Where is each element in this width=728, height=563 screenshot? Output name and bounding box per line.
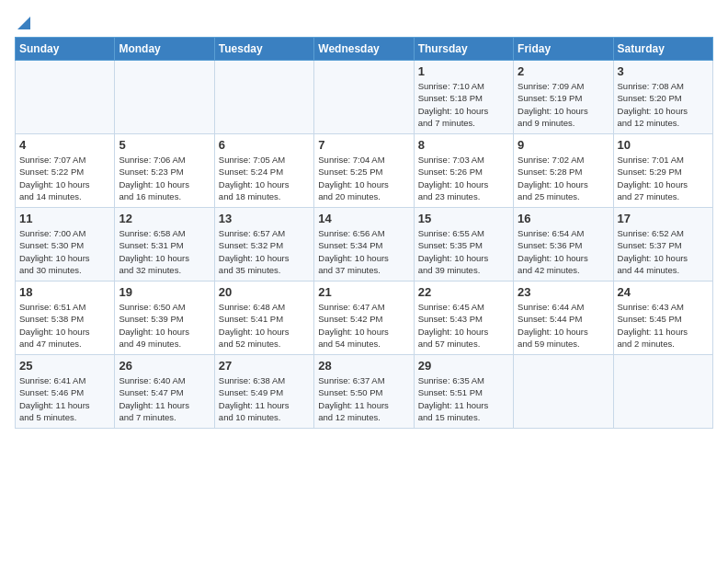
- cell-content: Sunrise: 6:56 AM Sunset: 5:34 PM Dayligh…: [318, 227, 409, 276]
- calendar-cell: 17Sunrise: 6:52 AM Sunset: 5:37 PM Dayli…: [613, 208, 712, 282]
- day-number: 5: [119, 138, 210, 152]
- cell-content: Sunrise: 6:54 AM Sunset: 5:36 PM Dayligh…: [518, 227, 609, 276]
- cell-content: Sunrise: 7:01 AM Sunset: 5:29 PM Dayligh…: [618, 154, 709, 202]
- calendar-week-3: 11Sunrise: 7:00 AM Sunset: 5:30 PM Dayli…: [16, 208, 713, 282]
- calendar-week-1: 1Sunrise: 7:10 AM Sunset: 5:18 PM Daylig…: [16, 61, 713, 134]
- calendar-cell: 10Sunrise: 7:01 AM Sunset: 5:29 PM Dayli…: [613, 134, 712, 208]
- calendar-cell: 2Sunrise: 7:09 AM Sunset: 5:19 PM Daylig…: [514, 61, 613, 134]
- cell-content: Sunrise: 7:03 AM Sunset: 5:26 PM Dayligh…: [418, 154, 509, 202]
- cell-content: Sunrise: 6:58 AM Sunset: 5:31 PM Dayligh…: [119, 227, 210, 276]
- calendar-week-5: 25Sunrise: 6:41 AM Sunset: 5:46 PM Dayli…: [16, 355, 713, 429]
- calendar-body: 1Sunrise: 7:10 AM Sunset: 5:18 PM Daylig…: [16, 61, 713, 429]
- calendar-cell: 1Sunrise: 7:10 AM Sunset: 5:18 PM Daylig…: [414, 61, 513, 134]
- calendar-cell: 22Sunrise: 6:45 AM Sunset: 5:43 PM Dayli…: [414, 282, 513, 355]
- day-number: 26: [119, 359, 210, 373]
- calendar-cell: [613, 355, 712, 429]
- logo: [15, 15, 30, 33]
- calendar-cell: 27Sunrise: 6:38 AM Sunset: 5:49 PM Dayli…: [214, 355, 313, 429]
- cell-content: Sunrise: 7:02 AM Sunset: 5:28 PM Dayligh…: [518, 154, 609, 202]
- calendar-cell: 25Sunrise: 6:41 AM Sunset: 5:46 PM Dayli…: [16, 355, 115, 429]
- calendar-cell: 16Sunrise: 6:54 AM Sunset: 5:36 PM Dayli…: [514, 208, 613, 282]
- cell-content: Sunrise: 7:08 AM Sunset: 5:20 PM Dayligh…: [618, 80, 709, 129]
- calendar-week-4: 18Sunrise: 6:51 AM Sunset: 5:38 PM Dayli…: [16, 282, 713, 355]
- calendar-cell: 14Sunrise: 6:56 AM Sunset: 5:34 PM Dayli…: [314, 208, 414, 282]
- header-row: SundayMondayTuesdayWednesdayThursdayFrid…: [16, 38, 713, 61]
- cell-content: Sunrise: 6:50 AM Sunset: 5:39 PM Dayligh…: [119, 301, 210, 350]
- day-number: 13: [219, 212, 310, 225]
- calendar-header: SundayMondayTuesdayWednesdayThursdayFrid…: [16, 38, 713, 61]
- header-cell-wednesday: Wednesday: [314, 38, 414, 61]
- calendar-cell: 3Sunrise: 7:08 AM Sunset: 5:20 PM Daylig…: [613, 61, 712, 134]
- cell-content: Sunrise: 6:43 AM Sunset: 5:45 PM Dayligh…: [618, 301, 709, 350]
- calendar-cell: 21Sunrise: 6:47 AM Sunset: 5:42 PM Dayli…: [314, 282, 414, 355]
- calendar-cell: 7Sunrise: 7:04 AM Sunset: 5:25 PM Daylig…: [314, 134, 414, 208]
- cell-content: Sunrise: 7:09 AM Sunset: 5:19 PM Dayligh…: [518, 80, 609, 129]
- day-number: 7: [318, 138, 409, 152]
- calendar-cell: [214, 61, 313, 134]
- calendar-cell: 6Sunrise: 7:05 AM Sunset: 5:24 PM Daylig…: [214, 134, 313, 208]
- header-cell-friday: Friday: [514, 38, 613, 61]
- day-number: 11: [19, 212, 110, 225]
- calendar-cell: 23Sunrise: 6:44 AM Sunset: 5:44 PM Dayli…: [514, 282, 613, 355]
- calendar-cell: 19Sunrise: 6:50 AM Sunset: 5:39 PM Dayli…: [115, 282, 214, 355]
- day-number: 12: [119, 212, 210, 225]
- cell-content: Sunrise: 6:47 AM Sunset: 5:42 PM Dayligh…: [318, 301, 409, 350]
- day-number: 17: [618, 212, 709, 225]
- cell-content: Sunrise: 7:06 AM Sunset: 5:23 PM Dayligh…: [119, 154, 210, 202]
- calendar-cell: 15Sunrise: 6:55 AM Sunset: 5:35 PM Dayli…: [414, 208, 513, 282]
- calendar-cell: 11Sunrise: 7:00 AM Sunset: 5:30 PM Dayli…: [16, 208, 115, 282]
- day-number: 8: [418, 138, 509, 152]
- calendar-cell: 29Sunrise: 6:35 AM Sunset: 5:51 PM Dayli…: [414, 355, 513, 429]
- day-number: 3: [618, 64, 709, 78]
- calendar-cell: [514, 355, 613, 429]
- cell-content: Sunrise: 6:48 AM Sunset: 5:41 PM Dayligh…: [219, 301, 310, 350]
- day-number: 27: [219, 359, 310, 373]
- calendar-cell: 9Sunrise: 7:02 AM Sunset: 5:28 PM Daylig…: [514, 134, 613, 208]
- calendar-cell: 12Sunrise: 6:58 AM Sunset: 5:31 PM Dayli…: [115, 208, 214, 282]
- calendar-cell: 4Sunrise: 7:07 AM Sunset: 5:22 PM Daylig…: [16, 134, 115, 208]
- day-number: 22: [418, 285, 509, 299]
- day-number: 24: [618, 285, 709, 299]
- day-number: 15: [418, 212, 509, 225]
- day-number: 6: [219, 138, 310, 152]
- day-number: 14: [318, 212, 409, 225]
- day-number: 1: [418, 64, 509, 78]
- cell-content: Sunrise: 6:55 AM Sunset: 5:35 PM Dayligh…: [418, 227, 509, 276]
- cell-content: Sunrise: 6:45 AM Sunset: 5:43 PM Dayligh…: [418, 301, 509, 350]
- day-number: 21: [318, 285, 409, 299]
- day-number: 28: [318, 359, 409, 373]
- day-number: 29: [418, 359, 509, 373]
- logo-triangle-icon: [17, 17, 30, 33]
- cell-content: Sunrise: 7:00 AM Sunset: 5:30 PM Dayligh…: [19, 227, 110, 276]
- day-number: 20: [219, 285, 310, 299]
- page-header: [15, 15, 713, 33]
- header-cell-thursday: Thursday: [414, 38, 513, 61]
- calendar-cell: 8Sunrise: 7:03 AM Sunset: 5:26 PM Daylig…: [414, 134, 513, 208]
- day-number: 4: [19, 138, 110, 152]
- cell-content: Sunrise: 6:35 AM Sunset: 5:51 PM Dayligh…: [418, 374, 509, 423]
- calendar-cell: [16, 61, 115, 134]
- day-number: 9: [518, 138, 609, 152]
- header-cell-monday: Monday: [115, 38, 214, 61]
- calendar-cell: 28Sunrise: 6:37 AM Sunset: 5:50 PM Dayli…: [314, 355, 414, 429]
- calendar-cell: 18Sunrise: 6:51 AM Sunset: 5:38 PM Dayli…: [16, 282, 115, 355]
- cell-content: Sunrise: 6:51 AM Sunset: 5:38 PM Dayligh…: [19, 301, 110, 350]
- day-number: 10: [618, 138, 709, 152]
- svg-marker-0: [17, 17, 30, 29]
- calendar-cell: 20Sunrise: 6:48 AM Sunset: 5:41 PM Dayli…: [214, 282, 313, 355]
- calendar-table: SundayMondayTuesdayWednesdayThursdayFrid…: [15, 37, 713, 429]
- cell-content: Sunrise: 7:07 AM Sunset: 5:22 PM Dayligh…: [19, 154, 110, 202]
- calendar-cell: [314, 61, 414, 134]
- cell-content: Sunrise: 6:57 AM Sunset: 5:32 PM Dayligh…: [219, 227, 310, 276]
- calendar-cell: 13Sunrise: 6:57 AM Sunset: 5:32 PM Dayli…: [214, 208, 313, 282]
- day-number: 23: [518, 285, 609, 299]
- calendar-week-2: 4Sunrise: 7:07 AM Sunset: 5:22 PM Daylig…: [16, 134, 713, 208]
- cell-content: Sunrise: 6:40 AM Sunset: 5:47 PM Dayligh…: [119, 374, 210, 423]
- header-cell-sunday: Sunday: [16, 38, 115, 61]
- cell-content: Sunrise: 7:05 AM Sunset: 5:24 PM Dayligh…: [219, 154, 310, 202]
- calendar-cell: [115, 61, 214, 134]
- day-number: 16: [518, 212, 609, 225]
- calendar-cell: 5Sunrise: 7:06 AM Sunset: 5:23 PM Daylig…: [115, 134, 214, 208]
- cell-content: Sunrise: 6:44 AM Sunset: 5:44 PM Dayligh…: [518, 301, 609, 350]
- cell-content: Sunrise: 6:52 AM Sunset: 5:37 PM Dayligh…: [618, 227, 709, 276]
